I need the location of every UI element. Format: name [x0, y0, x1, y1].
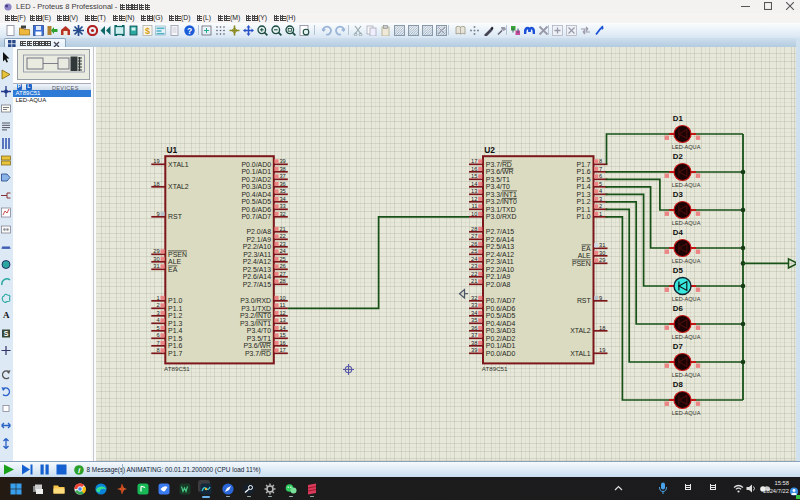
svg-text:12: 12: [471, 196, 477, 202]
svg-text:P2.1/A9: P2.1/A9: [486, 273, 511, 280]
svg-text:P0.7/AD7: P0.7/AD7: [486, 297, 516, 304]
svg-text:D2: D2: [673, 152, 684, 161]
svg-text:P1.5: P1.5: [168, 335, 182, 342]
svg-text:P1.6: P1.6: [168, 342, 182, 349]
svg-text:8: 8: [157, 347, 160, 353]
svg-text:P2.5/A13: P2.5/A13: [243, 266, 272, 273]
svg-text:29: 29: [153, 248, 159, 254]
svg-text:32: 32: [279, 211, 285, 217]
svg-text:1: 1: [157, 295, 160, 301]
svg-text:P2.2/A10: P2.2/A10: [243, 243, 272, 250]
svg-text:7: 7: [599, 166, 602, 172]
svg-text:24: 24: [471, 256, 477, 262]
svg-text:27: 27: [471, 233, 477, 239]
svg-text:P1.3: P1.3: [168, 320, 182, 327]
svg-text:5: 5: [599, 181, 602, 187]
svg-text:26: 26: [471, 241, 477, 247]
svg-text:P3.7/RD: P3.7/RD: [486, 161, 512, 168]
svg-text:RST: RST: [577, 297, 592, 304]
svg-text:12: 12: [279, 310, 285, 316]
svg-text:P1.4: P1.4: [168, 327, 182, 334]
svg-text:U1: U1: [167, 145, 178, 155]
svg-text:P0.3/AD3: P0.3/AD3: [486, 327, 516, 334]
svg-text:16: 16: [279, 340, 285, 346]
svg-text:P1.1: P1.1: [168, 305, 182, 312]
svg-text:35: 35: [471, 317, 477, 323]
svg-text:P0.1/AD1: P0.1/AD1: [242, 168, 272, 175]
svg-text:LED-AQUA: LED-AQUA: [672, 182, 701, 188]
svg-text:P1.7: P1.7: [577, 161, 591, 168]
svg-text:?: ?: [187, 25, 192, 35]
svg-text:P2.6/A14: P2.6/A14: [243, 273, 272, 280]
svg-text:D7: D7: [673, 342, 683, 351]
svg-text:30: 30: [599, 250, 605, 256]
svg-text:P2.7/A15: P2.7/A15: [486, 228, 515, 235]
svg-text:PSEN: PSEN: [572, 260, 591, 267]
svg-text:P1.6: P1.6: [577, 168, 591, 175]
svg-text:LED-AQUA: LED-AQUA: [672, 144, 701, 150]
svg-text:LED-AQUA: LED-AQUA: [672, 372, 701, 378]
svg-text:31: 31: [599, 242, 605, 248]
svg-text:D4: D4: [673, 228, 684, 237]
svg-text:3: 3: [599, 196, 602, 202]
svg-text:28: 28: [279, 278, 285, 284]
svg-text:P0.2/AD2: P0.2/AD2: [242, 176, 272, 183]
svg-text:15: 15: [279, 332, 285, 338]
svg-text:AT89C51: AT89C51: [482, 365, 508, 372]
svg-text:P1.5: P1.5: [577, 176, 591, 183]
svg-text:P2.3/A11: P2.3/A11: [486, 258, 514, 265]
svg-text:P3.5/T1: P3.5/T1: [247, 335, 271, 342]
svg-text:P0.0/AD0: P0.0/AD0: [486, 350, 516, 357]
svg-text:18: 18: [599, 325, 605, 331]
svg-text:P3.6/WR: P3.6/WR: [243, 342, 271, 349]
svg-text:$: $: [145, 25, 150, 35]
svg-text:38: 38: [471, 340, 477, 346]
svg-text:14: 14: [279, 325, 285, 331]
svg-text:P3.0/RXD: P3.0/RXD: [486, 213, 517, 220]
svg-text:P2.1/A9: P2.1/A9: [246, 236, 271, 243]
svg-text:LED-AQUA: LED-AQUA: [672, 410, 701, 416]
svg-text:P1.4: P1.4: [577, 183, 591, 190]
svg-text:29: 29: [599, 257, 605, 263]
svg-text:LED-AQUA: LED-AQUA: [672, 258, 701, 264]
svg-text:34: 34: [471, 310, 477, 316]
svg-text:P1.0: P1.0: [168, 297, 182, 304]
svg-text:32: 32: [471, 295, 477, 301]
svg-text:14: 14: [471, 181, 477, 187]
svg-text:P3.2/INT0: P3.2/INT0: [486, 198, 517, 205]
svg-text:13: 13: [471, 188, 477, 194]
svg-text:LED-AQUA: LED-AQUA: [672, 334, 701, 340]
svg-text:P2.4/A12: P2.4/A12: [486, 251, 515, 258]
svg-text:P0.0/AD0: P0.0/AD0: [242, 161, 272, 168]
svg-text:D8: D8: [673, 380, 684, 389]
svg-text:P1.7: P1.7: [168, 350, 182, 357]
svg-text:P2.0/A8: P2.0/A8: [246, 228, 271, 235]
svg-text:18: 18: [153, 181, 159, 187]
svg-text:P2.7/A15: P2.7/A15: [243, 281, 272, 288]
svg-text:26: 26: [279, 263, 285, 269]
svg-text:36: 36: [471, 325, 477, 331]
svg-text:2: 2: [157, 302, 160, 308]
svg-text:AT89C51: AT89C51: [164, 365, 190, 372]
svg-text:P2.0/A8: P2.0/A8: [486, 281, 511, 288]
svg-text:23: 23: [279, 241, 285, 247]
svg-text:P0.4/AD4: P0.4/AD4: [486, 320, 516, 327]
svg-text:P0.4/AD4: P0.4/AD4: [242, 191, 272, 198]
svg-text:U2: U2: [484, 145, 495, 155]
svg-text:D1: D1: [673, 114, 684, 123]
svg-text:P0.3/AD3: P0.3/AD3: [242, 183, 272, 190]
svg-text:EA: EA: [168, 266, 178, 273]
svg-text:19: 19: [153, 158, 159, 164]
svg-text:6: 6: [157, 332, 160, 338]
svg-text:P0.1/AD1: P0.1/AD1: [486, 342, 516, 349]
svg-text:P0.7/AD7: P0.7/AD7: [242, 213, 272, 220]
svg-text:17: 17: [279, 347, 285, 353]
svg-text:XTAL1: XTAL1: [168, 161, 189, 168]
svg-text:5: 5: [157, 325, 160, 331]
svg-text:39: 39: [471, 347, 477, 353]
svg-text:16: 16: [471, 166, 477, 172]
svg-text:4: 4: [599, 188, 602, 194]
svg-text:33: 33: [279, 203, 285, 209]
svg-text:P1.0: P1.0: [577, 213, 591, 220]
svg-text:35: 35: [279, 188, 285, 194]
